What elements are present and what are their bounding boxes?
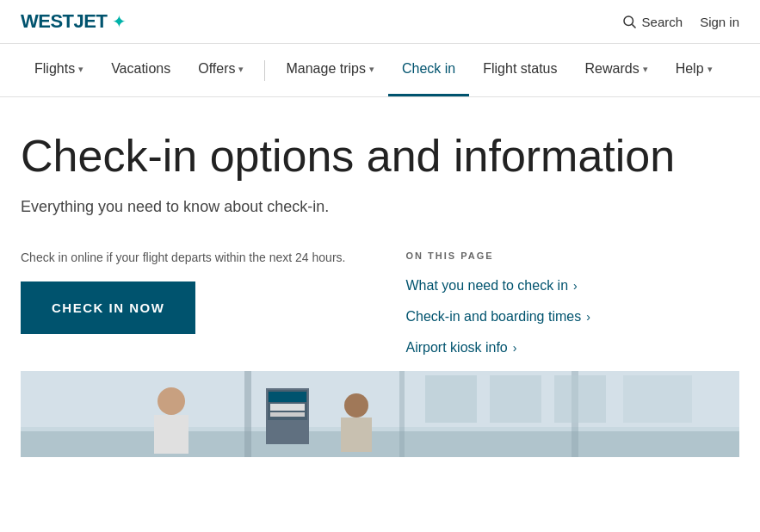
nav-item-rewards[interactable]: Rewards ▾ bbox=[572, 44, 662, 96]
checkin-note: Check in online if your flight departs w… bbox=[21, 251, 355, 264]
on-this-page-label: ON THIS PAGE bbox=[406, 251, 740, 261]
page-subtitle: Everything you need to know about check-… bbox=[21, 198, 739, 216]
nav-label-rewards: Rewards bbox=[585, 61, 640, 77]
search-label: Search bbox=[642, 15, 683, 29]
search-icon bbox=[621, 14, 637, 29]
signin-button[interactable]: Sign in bbox=[700, 15, 739, 29]
link-label-checkin-boarding: Check-in and boarding times bbox=[406, 309, 582, 325]
chevron-down-icon: ▾ bbox=[78, 64, 83, 75]
link-checkin-boarding-times[interactable]: Check-in and boarding times › bbox=[406, 309, 740, 325]
svg-line-1 bbox=[632, 24, 635, 28]
svg-point-0 bbox=[624, 16, 633, 26]
nav-item-flight-status[interactable]: Flight status bbox=[469, 44, 571, 96]
chevron-down-icon: ▾ bbox=[238, 64, 244, 75]
nav-item-offers[interactable]: Offers ▾ bbox=[184, 44, 257, 96]
svg-point-16 bbox=[344, 393, 368, 418]
svg-rect-11 bbox=[623, 375, 692, 423]
page-title: Check-in options and information bbox=[21, 132, 739, 181]
chevron-right-icon: › bbox=[573, 279, 578, 293]
link-label-airport-kiosk: Airport kiosk info bbox=[406, 340, 508, 356]
nav-item-vacations[interactable]: Vacations bbox=[97, 44, 184, 96]
nav-label-flight-status: Flight status bbox=[483, 61, 557, 77]
nav-label-manage-trips: Manage trips bbox=[286, 61, 366, 77]
nav-label-offers: Offers bbox=[198, 61, 235, 77]
nav-item-checkin[interactable]: Check in bbox=[388, 44, 469, 96]
chevron-right-icon: › bbox=[586, 310, 590, 324]
nav-label-checkin: Check in bbox=[402, 61, 455, 77]
svg-rect-10 bbox=[554, 375, 606, 423]
site-header: WESTJET ✦ Search Sign in bbox=[0, 0, 760, 44]
chevron-right-icon: › bbox=[513, 341, 517, 355]
link-what-you-need[interactable]: What you need to check in › bbox=[406, 278, 740, 294]
svg-rect-17 bbox=[341, 418, 372, 452]
header-actions: Search Sign in bbox=[621, 14, 739, 29]
nav-item-manage-trips[interactable]: Manage trips ▾ bbox=[272, 44, 388, 96]
hero-image bbox=[21, 371, 739, 457]
svg-rect-15 bbox=[154, 415, 188, 454]
check-in-now-button[interactable]: CHECK IN NOW bbox=[21, 281, 195, 334]
nav-item-flights[interactable]: Flights ▾ bbox=[21, 44, 97, 96]
nav-label-flights: Flights bbox=[34, 61, 75, 77]
left-column: Check in online if your flight departs w… bbox=[21, 251, 355, 334]
svg-rect-5 bbox=[244, 371, 251, 457]
content-area: Check in online if your flight departs w… bbox=[21, 251, 739, 371]
search-button[interactable]: Search bbox=[621, 14, 683, 29]
main-content: Check-in options and information Everyth… bbox=[0, 97, 760, 483]
svg-point-14 bbox=[158, 387, 185, 415]
svg-rect-19 bbox=[270, 404, 305, 411]
nav-label-vacations: Vacations bbox=[111, 61, 170, 77]
logo-leaf-icon: ✦ bbox=[112, 11, 127, 32]
svg-rect-3 bbox=[21, 431, 739, 457]
nav-label-help: Help bbox=[676, 61, 704, 77]
chevron-down-icon: ▾ bbox=[643, 64, 648, 75]
nav-item-help[interactable]: Help ▾ bbox=[662, 44, 726, 96]
svg-rect-8 bbox=[425, 375, 477, 423]
right-column: ON THIS PAGE What you need to check in ›… bbox=[406, 251, 740, 371]
nav-divider bbox=[264, 60, 265, 81]
airport-illustration bbox=[21, 371, 739, 457]
link-label-what-you-need: What you need to check in bbox=[406, 278, 569, 294]
svg-rect-6 bbox=[399, 371, 405, 457]
main-nav: Flights ▾ Vacations Offers ▾ Manage trip… bbox=[0, 44, 760, 97]
link-airport-kiosk[interactable]: Airport kiosk info › bbox=[406, 340, 740, 356]
logo-text: WESTJET bbox=[21, 10, 107, 33]
svg-rect-20 bbox=[270, 412, 305, 417]
logo[interactable]: WESTJET ✦ bbox=[21, 10, 127, 33]
chevron-down-icon: ▾ bbox=[707, 64, 713, 75]
signin-label: Sign in bbox=[700, 15, 739, 29]
chevron-down-icon: ▾ bbox=[369, 64, 374, 75]
svg-rect-18 bbox=[269, 392, 306, 402]
svg-rect-9 bbox=[490, 375, 541, 423]
